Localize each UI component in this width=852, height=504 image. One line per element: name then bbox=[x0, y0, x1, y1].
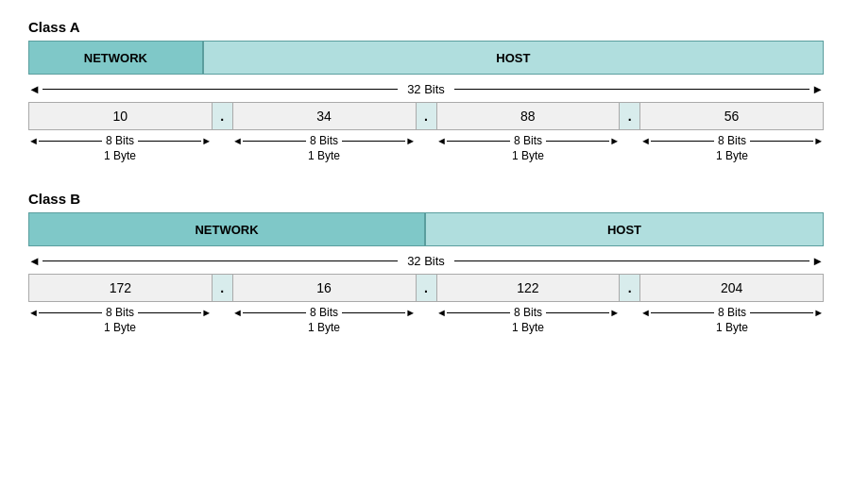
class-a-unit-3-bitslabel: 8 Bits bbox=[510, 134, 546, 147]
class-b-section: Class B NETWORK HOST ◄ 32 Bits ► 172 . 1… bbox=[28, 191, 824, 334]
class-b-unit-3-bitslabel: 8 Bits bbox=[510, 306, 546, 319]
class-b-label: Class B bbox=[28, 191, 824, 207]
class-b-line-right bbox=[454, 260, 809, 261]
class-b-unit-4-bitslabel: 8 Bits bbox=[714, 306, 750, 319]
class-b-octet-3: 122 bbox=[437, 275, 621, 301]
class-b-unit-3-arrow: ◄ 8 Bits ► bbox=[436, 306, 620, 319]
class-a-unit-2: ◄ 8 Bits ► 1 Byte bbox=[232, 134, 416, 162]
class-b-unit-2-arrow: ◄ 8 Bits ► bbox=[232, 306, 416, 319]
class-a-host: HOST bbox=[204, 42, 823, 74]
class-b-unit-2-arrowright: ► bbox=[405, 307, 416, 318]
class-a-unit-2-line-l bbox=[243, 141, 306, 142]
class-b-dot-spacer-3 bbox=[620, 306, 640, 334]
class-b-host: HOST bbox=[426, 213, 823, 245]
class-a-unit-1-bytelabel: 1 Byte bbox=[104, 149, 136, 162]
class-a-unit-4-arrow: ◄ 8 Bits ► bbox=[640, 134, 824, 147]
class-b-line-left bbox=[43, 260, 398, 261]
class-b-unit-4-arrowright: ► bbox=[813, 307, 824, 318]
class-a-unit-4: ◄ 8 Bits ► 1 Byte bbox=[640, 134, 824, 162]
class-a-line-right bbox=[454, 89, 809, 90]
class-a-unit-4-arrowright: ► bbox=[813, 135, 824, 146]
class-a-unit-2-arrowleft: ◄ bbox=[232, 135, 243, 146]
class-a-octet-3: 88 bbox=[437, 103, 621, 129]
class-b-dot-3: . bbox=[620, 275, 640, 301]
class-b-octet-2: 16 bbox=[233, 275, 417, 301]
class-a-line-left bbox=[43, 89, 398, 90]
class-a-32bits-label: 32 Bits bbox=[398, 82, 454, 96]
class-a-label: Class A bbox=[28, 19, 824, 35]
class-a-8bits-row: ◄ 8 Bits ► 1 Byte ◄ 8 Bits ► 1 Byte ◄ bbox=[28, 134, 824, 162]
class-b-network: NETWORK bbox=[29, 213, 426, 245]
class-b-unit-2: ◄ 8 Bits ► 1 Byte bbox=[232, 306, 416, 334]
class-a-unit-3-bytelabel: 1 Byte bbox=[512, 149, 544, 162]
class-a-unit-4-line-l bbox=[651, 141, 714, 142]
class-b-unit-3-arrowleft: ◄ bbox=[436, 307, 447, 318]
class-b-unit-2-bytelabel: 1 Byte bbox=[308, 321, 340, 334]
class-a-unit-2-bitslabel: 8 Bits bbox=[306, 134, 342, 147]
class-a-dot-spacer-3 bbox=[620, 134, 640, 162]
class-a-nh-bar: NETWORK HOST bbox=[28, 41, 824, 75]
class-b-dot-2: . bbox=[417, 275, 437, 301]
class-a-unit-4-bytelabel: 1 Byte bbox=[716, 149, 748, 162]
class-b-dot-spacer-2 bbox=[416, 306, 436, 334]
class-b-unit-4-line-r bbox=[750, 312, 813, 313]
class-b-unit-2-bitslabel: 8 Bits bbox=[306, 306, 342, 319]
class-a-dot-1: . bbox=[213, 103, 233, 129]
class-b-dot-1: . bbox=[213, 275, 233, 301]
class-a-unit-1-arrowleft: ◄ bbox=[28, 135, 39, 146]
class-b-unit-4-arrowleft: ◄ bbox=[640, 307, 651, 318]
class-b-unit-1-bytelabel: 1 Byte bbox=[104, 321, 136, 334]
class-b-unit-2-arrowleft: ◄ bbox=[232, 307, 243, 318]
class-b-unit-1-arrow: ◄ 8 Bits ► bbox=[28, 306, 212, 319]
class-a-dot-3: . bbox=[620, 103, 640, 129]
class-b-32bits-arrow: ◄ 32 Bits ► bbox=[28, 254, 824, 268]
class-a-32bits-arrow: ◄ 32 Bits ► bbox=[28, 82, 824, 96]
class-b-arrow-right: ► bbox=[811, 254, 824, 268]
class-a-unit-2-arrowright: ► bbox=[405, 135, 416, 146]
class-b-unit-4-arrow: ◄ 8 Bits ► bbox=[640, 306, 824, 319]
class-b-octet-1: 172 bbox=[29, 275, 213, 301]
class-b-unit-1-line-r bbox=[138, 312, 201, 313]
class-b-octet-row: 172 . 16 . 122 . 204 bbox=[28, 274, 824, 302]
class-b-unit-4: ◄ 8 Bits ► 1 Byte bbox=[640, 306, 824, 334]
class-b-unit-3-bytelabel: 1 Byte bbox=[512, 321, 544, 334]
class-a-unit-2-bytelabel: 1 Byte bbox=[308, 149, 340, 162]
class-a-arrow-right: ► bbox=[811, 82, 824, 96]
class-b-unit-1-line-l bbox=[39, 312, 102, 313]
class-b-octet-4: 204 bbox=[640, 275, 823, 301]
class-a-unit-1-bitslabel: 8 Bits bbox=[102, 134, 138, 147]
class-a-unit-3-line-l bbox=[447, 141, 510, 142]
class-a-octet-row: 10 . 34 . 88 . 56 bbox=[28, 102, 824, 130]
class-b-8bits-row: ◄ 8 Bits ► 1 Byte ◄ 8 Bits ► 1 Byte ◄ bbox=[28, 306, 824, 334]
class-a-unit-3: ◄ 8 Bits ► 1 Byte bbox=[436, 134, 620, 162]
class-a-arrow-left: ◄ bbox=[28, 82, 41, 96]
class-b-unit-3-line-r bbox=[546, 312, 609, 313]
class-a-unit-3-arrow: ◄ 8 Bits ► bbox=[436, 134, 620, 147]
class-b-nh-bar: NETWORK HOST bbox=[28, 212, 824, 246]
class-b-unit-3: ◄ 8 Bits ► 1 Byte bbox=[436, 306, 620, 334]
class-a-unit-3-line-r bbox=[546, 141, 609, 142]
class-b-arrow-left: ◄ bbox=[28, 254, 41, 268]
class-b-unit-1: ◄ 8 Bits ► 1 Byte bbox=[28, 306, 212, 334]
class-b-unit-3-arrowright: ► bbox=[609, 307, 620, 318]
class-b-unit-1-bitslabel: 8 Bits bbox=[102, 306, 138, 319]
class-a-octet-4: 56 bbox=[640, 103, 823, 129]
class-a-unit-3-arrowleft: ◄ bbox=[436, 135, 447, 146]
class-a-unit-2-arrow: ◄ 8 Bits ► bbox=[232, 134, 416, 147]
class-a-dot-2: . bbox=[417, 103, 437, 129]
class-a-octet-1: 10 bbox=[29, 103, 213, 129]
class-a-unit-1-arrow: ◄ 8 Bits ► bbox=[28, 134, 212, 147]
class-a-unit-4-bitslabel: 8 Bits bbox=[714, 134, 750, 147]
class-b-unit-2-line-r bbox=[342, 312, 405, 313]
class-a-dot-spacer-2 bbox=[416, 134, 436, 162]
class-b-unit-4-line-l bbox=[651, 312, 714, 313]
class-a-network: NETWORK bbox=[29, 42, 204, 74]
class-b-unit-1-arrowleft: ◄ bbox=[28, 307, 39, 318]
class-a-section: Class A NETWORK HOST ◄ 32 Bits ► 10 . 34… bbox=[28, 19, 824, 162]
class-a-unit-1-line-l bbox=[39, 141, 102, 142]
class-b-32bits-label: 32 Bits bbox=[398, 254, 454, 268]
class-a-dot-spacer-1 bbox=[212, 134, 232, 162]
class-a-octet-2: 34 bbox=[233, 103, 417, 129]
class-b-unit-2-line-l bbox=[243, 312, 306, 313]
class-b-unit-1-arrowright: ► bbox=[201, 307, 212, 318]
